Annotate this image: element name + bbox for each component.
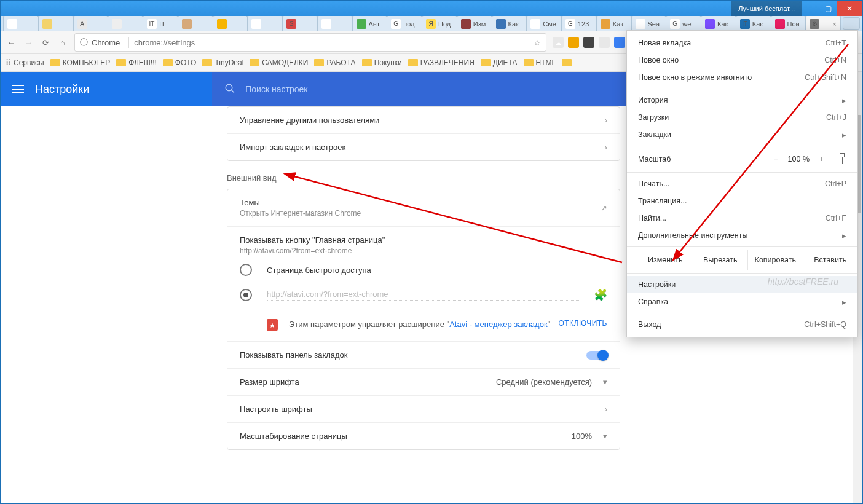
bookmark-label: Сервисы <box>14 58 44 67</box>
browser-tab[interactable]: S <box>282 16 318 31</box>
row-page-zoom[interactable]: Масштабирование страницы 100% ▾ <box>227 422 620 449</box>
browser-tab[interactable]: Пои <box>771 16 806 31</box>
tab-favicon: Я <box>426 19 436 29</box>
browser-tab[interactable] <box>317 16 353 31</box>
browser-tab[interactable] <box>247 16 283 31</box>
browser-tab[interactable]: Изм <box>457 16 492 31</box>
bookmark-item[interactable]: САМОДЕЛКИ <box>250 58 308 67</box>
row-import[interactable]: Импорт закладок и настроек › <box>227 133 620 160</box>
bookmark-item[interactable]: РАБОТА <box>314 58 355 67</box>
apps-icon: ⠿ <box>6 58 11 67</box>
menu-find[interactable]: Найти...Ctrl+F <box>627 210 857 227</box>
ext-notice-link[interactable]: Atavi - менеджер закладок <box>449 320 547 329</box>
browser-tab[interactable]: A <box>73 16 109 31</box>
close-window-button[interactable]: ✕ <box>837 1 862 16</box>
zoom-out-button[interactable]: − <box>767 155 784 163</box>
page-zoom-select[interactable]: 100% ▾ <box>572 431 607 441</box>
menu-cast[interactable]: Трансляция... <box>627 192 857 210</box>
extension-puzzle-icon: 🧩 <box>594 288 607 302</box>
extension-icon[interactable] <box>599 37 610 48</box>
back-button[interactable]: ← <box>6 38 17 47</box>
font-size-select[interactable]: Средний (рекомендуется) ▾ <box>496 377 607 387</box>
forward-button[interactable]: → <box>23 38 34 47</box>
maximize-button[interactable]: ▢ <box>819 1 837 16</box>
browser-tab[interactable]: ITКак <box>736 16 771 31</box>
folder-icon <box>362 59 372 66</box>
menu-paste[interactable]: Вставить <box>803 250 858 270</box>
disable-extension-button[interactable]: ОТКЛЮЧИТЬ <box>558 319 607 328</box>
watermark: http://bestFREE.ru <box>768 277 838 286</box>
browser-tab[interactable]: Gпод <box>387 16 422 31</box>
browser-tab[interactable]: Как <box>492 16 527 31</box>
bookmark-item[interactable]: HTML <box>524 58 556 67</box>
row-show-bookmarks-bar[interactable]: Показывать панель закладок <box>227 341 620 368</box>
menu-icon[interactable] <box>1 85 35 93</box>
extension-icon[interactable] <box>568 37 579 48</box>
radio-custom-url[interactable] <box>240 289 252 301</box>
bookmark-item[interactable]: ФЛЕШ!!! <box>116 58 157 67</box>
menu-incognito[interactable]: Новое окно в режиме инкогнитоCtrl+Shift+… <box>627 69 857 86</box>
bookmark-item[interactable]: ⠿Сервисы <box>6 58 44 67</box>
browser-tab[interactable]: ⚙× <box>805 16 841 31</box>
bookmark-label: РАЗВЛЕЧЕНИЯ <box>420 58 475 67</box>
menu-print[interactable]: Печать...Ctrl+P <box>627 175 857 192</box>
browser-tab[interactable] <box>213 16 248 31</box>
font-size-value: Средний (рекомендуется) <box>496 377 592 387</box>
row-manage-users[interactable]: Управление другими пользователями › <box>227 107 620 133</box>
browser-tab[interactable]: ЯПод <box>422 16 457 31</box>
menu-new-window[interactable]: Новое окноCtrl+N <box>627 52 857 69</box>
radio-quick-access[interactable] <box>240 264 252 276</box>
browser-tab[interactable]: Как <box>596 16 632 31</box>
browser-tab[interactable] <box>38 16 74 31</box>
browser-tab[interactable] <box>108 16 143 31</box>
omnibox[interactable]: ⓘ Chrome chrome://settings ☆ <box>74 33 546 52</box>
browser-tab[interactable]: G123 <box>561 16 597 31</box>
browser-tab[interactable] <box>3 16 39 31</box>
browser-tab[interactable]: Как <box>701 16 736 31</box>
radio-url-input[interactable]: http://atavi.com/?from=ext-chrome <box>267 289 581 301</box>
bookmark-item[interactable]: РАЗВЛЕЧЕНИЯ <box>408 58 475 67</box>
extension-icon[interactable] <box>614 37 625 48</box>
bookmark-label: ФОТО <box>175 58 197 67</box>
bookmark-item[interactable]: ФОТО <box>163 58 197 67</box>
bookmark-item[interactable]: TinyDeal <box>202 58 243 67</box>
menu-new-tab[interactable]: Новая вкладкаCtrl+T <box>627 34 857 52</box>
row-customize-fonts[interactable]: Настроить шрифты › <box>227 395 620 422</box>
new-tab-button[interactable] <box>843 17 860 30</box>
browser-tab[interactable]: Gwel <box>666 16 701 31</box>
extension-icon[interactable] <box>583 37 594 48</box>
tab-close-icon[interactable]: × <box>833 20 837 28</box>
extension-icon[interactable]: ☁ <box>553 37 564 48</box>
bookmark-item[interactable] <box>562 59 574 66</box>
bookmark-item[interactable]: КОМПЬЮТЕР <box>50 58 110 67</box>
row-themes[interactable]: Темы Открыть Интернет-магазин Chrome ↗ <box>227 189 620 226</box>
toggle-bookmarks-bar[interactable] <box>586 351 607 360</box>
minimize-button[interactable]: — <box>802 1 819 16</box>
bookmark-star-icon[interactable]: ☆ <box>534 38 541 47</box>
fullscreen-button[interactable] <box>834 155 851 163</box>
browser-tab[interactable]: Sea <box>631 16 667 31</box>
zoom-in-button[interactable]: + <box>813 155 830 163</box>
browser-tab[interactable]: Ант <box>352 16 388 31</box>
chevron-right-icon: › <box>605 404 607 414</box>
menu-downloads[interactable]: ЗагрузкиCtrl+J <box>627 109 857 126</box>
browser-tab[interactable] <box>178 16 213 31</box>
settings-search[interactable]: Поиск настроек <box>212 72 630 106</box>
row-font-size[interactable]: Размер шрифта Средний (рекомендуется) ▾ <box>227 368 620 395</box>
menu-bookmarks-label: Закладки <box>638 130 671 139</box>
menu-more-tools[interactable]: Дополнительные инструменты▸ <box>627 227 857 244</box>
browser-tab[interactable]: ITIT <box>143 16 178 31</box>
menu-find-label: Найти... <box>638 214 666 222</box>
menu-copy[interactable]: Копировать <box>747 250 803 270</box>
browser-tab[interactable]: Сме <box>526 16 562 31</box>
menu-history[interactable]: История▸ <box>627 92 857 109</box>
folder-icon <box>250 59 259 66</box>
menu-exit[interactable]: ВыходCtrl+Shift+Q <box>627 316 857 333</box>
menu-bookmarks[interactable]: Закладки▸ <box>627 126 857 143</box>
bookmark-item[interactable]: ДИЕТА <box>481 58 518 67</box>
reload-button[interactable]: ⟳ <box>40 38 51 47</box>
menu-cut[interactable]: Вырезать <box>693 250 748 270</box>
home-button[interactable]: ⌂ <box>57 38 68 47</box>
menu-help[interactable]: Справка▸ <box>627 293 857 310</box>
bookmark-item[interactable]: Покупки <box>362 58 402 67</box>
